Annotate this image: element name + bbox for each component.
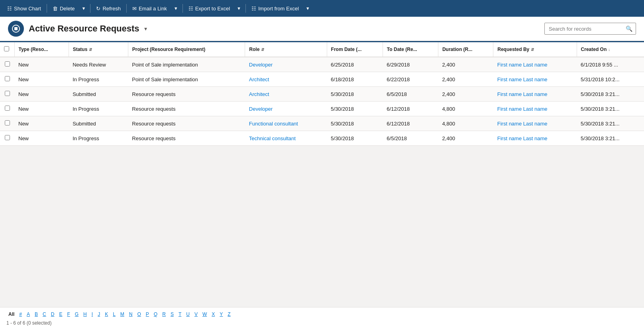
cell-type: New bbox=[14, 72, 69, 87]
cell-created-on: 5/30/2018 3:21... bbox=[577, 87, 644, 102]
header-left: Active Resource Requests ▾ bbox=[8, 21, 147, 37]
col-duration[interactable]: Duration (R... bbox=[438, 42, 493, 57]
email-icon: ✉ bbox=[132, 6, 137, 12]
row-checkbox[interactable] bbox=[5, 135, 10, 140]
show-chart-button[interactable]: ☷ Show Chart bbox=[4, 4, 44, 13]
cell-project: Resource requests bbox=[128, 131, 245, 146]
toolbar-separator-1 bbox=[47, 4, 47, 13]
toolbar: ☷ Show Chart 🗑 Delete ▼ ↻ Refresh ✉ Emai… bbox=[0, 0, 644, 17]
col-type[interactable]: Type (Reso... bbox=[14, 42, 69, 57]
cell-from-date: 5/30/2018 bbox=[327, 87, 383, 102]
cell-from-date: 5/30/2018 bbox=[327, 116, 383, 131]
refresh-button[interactable]: ↻ Refresh bbox=[93, 4, 124, 13]
row-checkbox-cell[interactable] bbox=[0, 72, 14, 87]
import-dropdown-button[interactable]: ▼ bbox=[304, 4, 312, 12]
cell-to-date: 6/5/2018 bbox=[383, 87, 438, 102]
cell-created-on: 5/31/2018 10:2... bbox=[577, 72, 644, 87]
cell-from-date: 6/18/2018 bbox=[327, 72, 383, 87]
cell-created-on: 5/30/2018 3:21... bbox=[577, 102, 644, 116]
row-checkbox-cell[interactable] bbox=[0, 102, 14, 116]
cell-requested-by[interactable]: First name Last name bbox=[493, 57, 577, 72]
cell-duration: 2,400 bbox=[438, 131, 493, 146]
excel-import-icon: ☷ bbox=[251, 6, 256, 12]
cell-status: In Progress bbox=[69, 72, 128, 87]
col-status[interactable]: Status ⇵ bbox=[69, 42, 128, 57]
email-dropdown-button[interactable]: ▼ bbox=[172, 4, 180, 12]
cell-role[interactable]: Developer bbox=[245, 102, 327, 116]
delete-icon: 🗑 bbox=[53, 6, 58, 12]
cell-duration: 2,400 bbox=[438, 87, 493, 102]
delete-button[interactable]: 🗑 Delete bbox=[49, 4, 78, 13]
cell-role[interactable]: Functional consultant bbox=[245, 116, 327, 131]
col-project[interactable]: Project (Resource Requirement) bbox=[128, 42, 245, 57]
delete-dropdown-button[interactable]: ▼ bbox=[80, 4, 88, 12]
title-dropdown-icon[interactable]: ▾ bbox=[144, 25, 147, 32]
cell-duration: 2,400 bbox=[438, 72, 493, 87]
cell-from-date: 5/30/2018 bbox=[327, 131, 383, 146]
row-checkbox-cell[interactable] bbox=[0, 131, 14, 146]
cell-project: Resource requests bbox=[128, 87, 245, 102]
cell-role[interactable]: Architect bbox=[245, 87, 327, 102]
cell-from-date: 6/25/2018 bbox=[327, 57, 383, 72]
select-all-column[interactable] bbox=[0, 42, 14, 57]
toolbar-separator-4 bbox=[183, 4, 183, 13]
search-input[interactable] bbox=[545, 24, 622, 34]
export-excel-button[interactable]: ☷ Export to Excel bbox=[185, 4, 233, 13]
cell-role[interactable]: Developer bbox=[245, 57, 327, 72]
cell-project: Resource requests bbox=[128, 116, 245, 131]
email-link-button[interactable]: ✉ Email a Link bbox=[129, 4, 170, 13]
cell-requested-by[interactable]: First name Last name bbox=[493, 116, 577, 131]
cell-type: New bbox=[14, 131, 69, 146]
page-title: Active Resource Requests bbox=[29, 24, 139, 34]
cell-requested-by[interactable]: First name Last name bbox=[493, 72, 577, 87]
cell-requested-by[interactable]: First name Last name bbox=[493, 102, 577, 116]
row-checkbox[interactable] bbox=[5, 91, 10, 96]
cell-to-date: 6/29/2018 bbox=[383, 57, 438, 72]
row-checkbox-cell[interactable] bbox=[0, 87, 14, 102]
excel-icon: ☷ bbox=[188, 6, 193, 12]
created-on-sort-icon: ↓ bbox=[608, 47, 610, 52]
main-content: Type (Reso... Status ⇵ Project (Resource… bbox=[0, 42, 644, 146]
row-checkbox[interactable] bbox=[5, 76, 10, 81]
search-button[interactable]: 🔍 bbox=[622, 23, 636, 34]
table-row: New Submitted Resource requests Function… bbox=[0, 116, 644, 131]
toolbar-separator-5 bbox=[245, 4, 246, 13]
toolbar-separator-2 bbox=[90, 4, 90, 13]
export-dropdown-button[interactable]: ▼ bbox=[235, 4, 243, 12]
cell-duration: 4,800 bbox=[438, 102, 493, 116]
cell-project: Point of Sale implementation bbox=[128, 57, 245, 72]
cell-role[interactable]: Technical consultant bbox=[245, 131, 327, 146]
cell-status: In Progress bbox=[69, 131, 128, 146]
refresh-icon: ↻ bbox=[96, 6, 100, 12]
col-role[interactable]: Role ⇵ bbox=[245, 42, 327, 57]
col-from-date[interactable]: From Date (... bbox=[327, 42, 383, 57]
resource-requests-table: Type (Reso... Status ⇵ Project (Resource… bbox=[0, 42, 644, 146]
cell-role[interactable]: Architect bbox=[245, 72, 327, 87]
col-to-date[interactable]: To Date (Re... bbox=[383, 42, 438, 57]
row-checkbox[interactable] bbox=[5, 120, 10, 125]
cell-created-on: 5/30/2018 3:21... bbox=[577, 131, 644, 146]
cell-created-on: 6/1/2018 9:55 ... bbox=[577, 57, 644, 72]
col-created-on[interactable]: Created On ↓ bbox=[577, 42, 644, 57]
cell-project: Resource requests bbox=[128, 102, 245, 116]
row-checkbox[interactable] bbox=[5, 61, 10, 67]
table-row: New In Progress Resource requests Techni… bbox=[0, 131, 644, 146]
select-all-checkbox[interactable] bbox=[4, 46, 9, 51]
cell-requested-by[interactable]: First name Last name bbox=[493, 131, 577, 146]
table-row: New In Progress Resource requests Develo… bbox=[0, 102, 644, 116]
page-header: Active Resource Requests ▾ 🔍 bbox=[0, 17, 644, 41]
import-excel-button[interactable]: ☷ Import from Excel bbox=[248, 4, 302, 13]
cell-type: New bbox=[14, 87, 69, 102]
row-checkbox[interactable] bbox=[5, 106, 10, 111]
cell-status: Submitted bbox=[69, 87, 128, 102]
row-checkbox-cell[interactable] bbox=[0, 116, 14, 131]
cell-requested-by[interactable]: First name Last name bbox=[493, 87, 577, 102]
cell-to-date: 6/22/2018 bbox=[383, 72, 438, 87]
cell-status: Needs Review bbox=[69, 57, 128, 72]
row-checkbox-cell[interactable] bbox=[0, 57, 14, 72]
table-header-row: Type (Reso... Status ⇵ Project (Resource… bbox=[0, 42, 644, 57]
cell-type: New bbox=[14, 102, 69, 116]
col-requested-by[interactable]: Requested By ⇵ bbox=[493, 42, 577, 57]
app-icon bbox=[8, 21, 24, 37]
cell-status: In Progress bbox=[69, 102, 128, 116]
